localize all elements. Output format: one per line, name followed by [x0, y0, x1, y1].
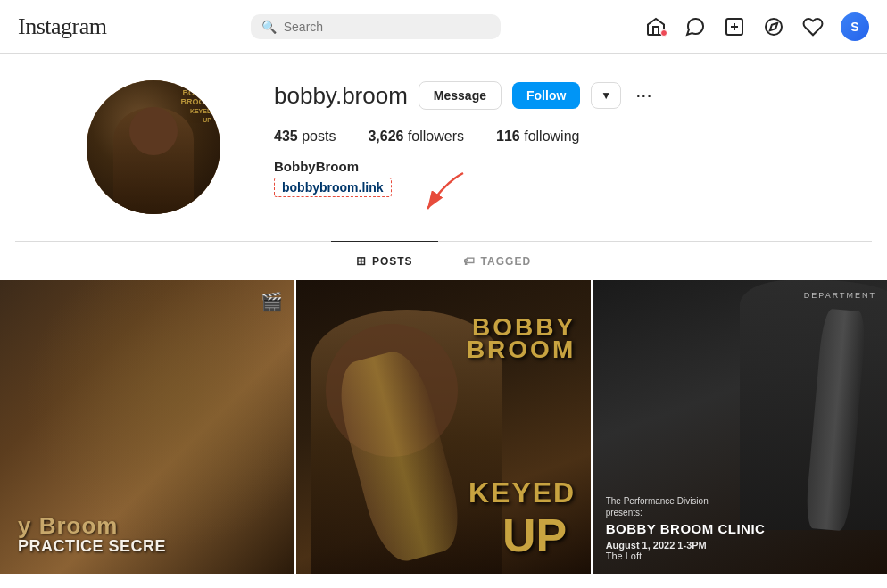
following-count: 116: [496, 128, 520, 144]
posts-stat[interactable]: 435 posts: [274, 128, 336, 145]
message-button[interactable]: Message: [419, 81, 502, 110]
tab-tagged-label: TAGGED: [481, 255, 531, 268]
profile-section: BOBBYBROOMKEYEDUP bobby.broom Message Fo…: [15, 54, 872, 241]
followers-stat[interactable]: 3,626 followers: [368, 128, 464, 145]
profile-website-container: bobbybroom.link: [274, 178, 392, 197]
tab-posts-label: POSTS: [372, 255, 413, 268]
tab-tagged[interactable]: 🏷 TAGGED: [438, 241, 556, 280]
profile-avatar: BOBBYBROOMKEYEDUP: [87, 80, 220, 214]
profile-stats: 435 posts 3,626 followers 116 following: [274, 128, 800, 145]
profile-info: bobby.broom Message Follow ▼ ··· 435 pos…: [274, 80, 800, 197]
post1-name-text: y Broom: [18, 514, 276, 537]
posts-count: 435: [274, 128, 298, 144]
posts-grid: 🎬 y Broom PRACTICE SECRE BOBBYBROOM KEYE…: [0, 280, 887, 574]
post2-album-line1: KEYED: [468, 476, 576, 509]
follow-button[interactable]: Follow: [512, 82, 580, 109]
post3-presents-text: The Performance Divisionpresents:: [606, 495, 766, 518]
profile-avatar-nav[interactable]: S: [841, 12, 869, 41]
following-stat[interactable]: 116 following: [496, 128, 579, 145]
create-icon[interactable]: [723, 15, 746, 38]
home-notification-dot: [660, 29, 667, 37]
svg-marker-4: [770, 22, 777, 29]
search-bar: 🔍: [251, 14, 501, 39]
profile-username: bobby.broom: [274, 82, 408, 110]
header-nav: S: [644, 12, 869, 41]
post3-dept-text: DEPARTMENT: [804, 291, 876, 300]
profile-website-link[interactable]: bobbybroom.link: [274, 178, 392, 197]
post3-clinic-label: BOBBY BROOM CLINIC: [606, 522, 766, 537]
post1-sub-text: PRACTICE SECRE: [18, 537, 276, 556]
notifications-icon[interactable]: [801, 15, 825, 38]
svg-point-3: [766, 19, 782, 35]
tabs-section: ⊞ POSTS 🏷 TAGGED: [15, 241, 872, 280]
search-input[interactable]: [284, 20, 490, 34]
instagram-logo[interactable]: Instagram: [18, 13, 106, 40]
home-icon[interactable]: [644, 15, 667, 38]
follow-dropdown-button[interactable]: ▼: [591, 82, 621, 109]
header: Instagram 🔍: [0, 0, 887, 54]
grid-item-1[interactable]: 🎬 y Broom PRACTICE SECRE: [0, 280, 294, 574]
post3-date-text: August 1, 2022 1-3PM: [606, 540, 766, 551]
grid-item-3[interactable]: DEPARTMENT The Performance Divisionprese…: [593, 280, 887, 574]
post2-album-line2: UP: [502, 509, 567, 562]
chevron-down-icon: ▼: [601, 89, 611, 102]
followers-count: 3,626: [368, 128, 403, 144]
grid-item-2[interactable]: BOBBYBROOM KEYED UP: [296, 280, 590, 574]
tab-posts[interactable]: ⊞ POSTS: [331, 241, 438, 280]
profile-top-row: bobby.broom Message Follow ▼ ···: [274, 80, 800, 111]
tagged-icon: 🏷: [463, 254, 476, 268]
search-icon: 🔍: [261, 20, 277, 34]
profile-avatar-container: BOBBYBROOMKEYEDUP: [87, 80, 220, 214]
profile-display-name: BobbyBroom: [274, 159, 800, 174]
more-options-button[interactable]: ···: [632, 80, 655, 111]
messenger-icon[interactable]: [684, 15, 707, 38]
post2-artist-text: BOBBYBROOM: [467, 316, 576, 360]
post3-venue-text: The Loft: [606, 551, 766, 561]
explore-icon[interactable]: [762, 15, 785, 38]
reel-icon: 🎬: [261, 291, 283, 312]
grid-icon: ⊞: [356, 254, 367, 268]
